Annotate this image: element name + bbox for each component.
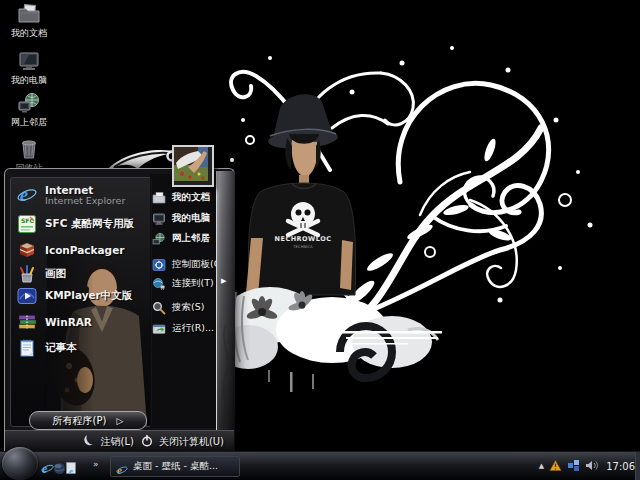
- internet-explorer-icon: e: [17, 185, 37, 205]
- all-programs-arrow-icon: ▷: [116, 416, 123, 426]
- desktop-icon-network-places[interactable]: 网上邻居: [0, 91, 58, 127]
- shirt-text: NECHROWLOC: [275, 235, 332, 243]
- item-title: WinRAR: [45, 316, 92, 328]
- item-label: 我的电脑: [172, 212, 210, 225]
- start-menu-side-strip: ▶: [216, 171, 235, 451]
- sfc-icon: SFC: [17, 214, 37, 234]
- start-menu-item-my-documents[interactable]: 我的文档: [152, 188, 226, 206]
- start-menu-item-kmplayer[interactable]: KMPlayer中文版: [15, 284, 147, 308]
- notepad-icon: [17, 338, 37, 358]
- item-label: 我的文档: [172, 191, 210, 204]
- shirt-subtext: TECHNICA: [292, 244, 313, 249]
- start-menu-item-notepad[interactable]: 记事本: [15, 336, 147, 360]
- power-icon: [141, 435, 153, 449]
- tray-expand-arrow[interactable]: ▲: [539, 462, 544, 470]
- desktop-icon-label: 我的文档: [0, 28, 58, 38]
- moon-icon: [82, 434, 95, 449]
- start-menu-item-search[interactable]: 搜索(S): [152, 298, 226, 316]
- taskbar-clock[interactable]: 17:06: [606, 461, 635, 472]
- taskbar: e e » e 桌面 - 壁纸 - 桌酷... ▲ 17:06: [0, 451, 640, 480]
- item-label: 运行(R)...: [172, 322, 214, 335]
- alert-tray-icon[interactable]: [549, 457, 562, 476]
- item-title: IconPackager: [45, 244, 124, 256]
- svg-text:e: e: [20, 185, 28, 205]
- start-menu: e Internet Internet Explorer SFC SFC 桌酷网…: [4, 168, 235, 452]
- control-panel-icon: [152, 257, 166, 271]
- all-programs-button[interactable]: 所有程序(P) ▷: [29, 411, 147, 430]
- shut-down-button[interactable]: 关闭计算机(U): [141, 435, 224, 449]
- start-menu-item-network-places[interactable]: 网上邻居: [152, 229, 226, 247]
- desktop-icon-my-computer[interactable]: 我的电脑: [0, 49, 58, 85]
- my-computer-icon: [17, 49, 41, 73]
- item-title: KMPlayer中文版: [45, 289, 132, 303]
- all-programs-label: 所有程序(P): [53, 414, 107, 428]
- item-subtitle: Internet Explorer: [45, 196, 125, 206]
- shut-down-label: 关闭计算机(U): [159, 435, 224, 449]
- item-title: 画图: [45, 267, 66, 281]
- taskbar-edge-strip: [635, 452, 640, 480]
- update-tray-icon[interactable]: [567, 457, 580, 476]
- kmplayer-icon: [17, 286, 37, 306]
- svg-text:SFC: SFC: [21, 217, 34, 224]
- system-tray: ▲ 17:06: [539, 452, 635, 480]
- user-account-picture: [172, 145, 214, 187]
- search-icon: [152, 300, 166, 314]
- desktop-icon-label: 我的电脑: [0, 75, 58, 85]
- task-button-label: 桌面 - 壁纸 - 桌酷...: [133, 460, 218, 473]
- desktop-icon-my-documents[interactable]: 我的文档: [0, 2, 58, 38]
- internet-explorer-icon: e: [116, 461, 128, 473]
- paint-icon: [17, 264, 37, 284]
- taskbar-task-wallpaper-page[interactable]: e 桌面 - 壁纸 - 桌酷...: [110, 456, 240, 477]
- start-menu-item-sfc[interactable]: SFC SFC 桌酷网专用版: [15, 212, 147, 236]
- start-menu-item-iconpackager[interactable]: IconPackager: [15, 238, 147, 262]
- start-menu-item-winrar[interactable]: WinRAR: [15, 310, 147, 334]
- item-label: 连接到(T): [172, 277, 214, 290]
- start-button[interactable]: [2, 447, 38, 480]
- network-small-icon: [152, 231, 166, 245]
- item-label: 网上邻居: [172, 232, 210, 245]
- desktop-icon-label: 网上邻居: [0, 117, 58, 127]
- start-menu-places-panel: 我的文档 我的电脑 网上邻居 控制面板(C) 连接到(T) 搜索(S): [150, 174, 216, 428]
- iconpackager-icon: [17, 240, 37, 260]
- start-menu-item-connect-to[interactable]: 连接到(T): [152, 274, 226, 292]
- log-off-label: 注销(L): [101, 435, 134, 449]
- log-off-button[interactable]: 注销(L): [82, 434, 134, 449]
- my-documents-icon: [17, 2, 41, 26]
- start-menu-item-internet[interactable]: e Internet Internet Explorer: [15, 180, 147, 210]
- connect-to-submenu-arrow-icon: ▶: [221, 277, 226, 285]
- documents-small-icon: [152, 190, 166, 204]
- winrar-icon: [17, 312, 37, 332]
- start-menu-program-list: e Internet Internet Explorer SFC SFC 桌酷网…: [10, 177, 152, 427]
- recycle-bin-icon: [17, 137, 41, 161]
- start-menu-item-control-panel[interactable]: 控制面板(C): [152, 255, 226, 273]
- computer-small-icon: [152, 211, 166, 225]
- item-title: 记事本: [45, 341, 77, 355]
- start-menu-footer: 注销(L) 关闭计算机(U): [5, 430, 234, 452]
- desktop: { "wallpaper": { "description": "black-a…: [0, 0, 640, 480]
- start-menu-item-run[interactable]: 运行(R)...: [152, 319, 226, 337]
- volume-tray-icon[interactable]: [585, 457, 598, 476]
- item-title: SFC 桌酷网专用版: [45, 217, 134, 231]
- svg-text:e: e: [69, 466, 73, 476]
- quick-launch-overflow-chevron[interactable]: »: [93, 459, 99, 469]
- network-places-icon: [17, 91, 41, 115]
- start-menu-item-paint[interactable]: 画图: [15, 262, 147, 286]
- quick-launch-ie-shortcut-icon[interactable]: e: [65, 460, 78, 473]
- start-menu-item-my-computer[interactable]: 我的电脑: [152, 209, 226, 227]
- item-label: 搜索(S): [172, 301, 204, 314]
- connect-to-icon: [152, 276, 166, 290]
- run-icon: [152, 321, 166, 335]
